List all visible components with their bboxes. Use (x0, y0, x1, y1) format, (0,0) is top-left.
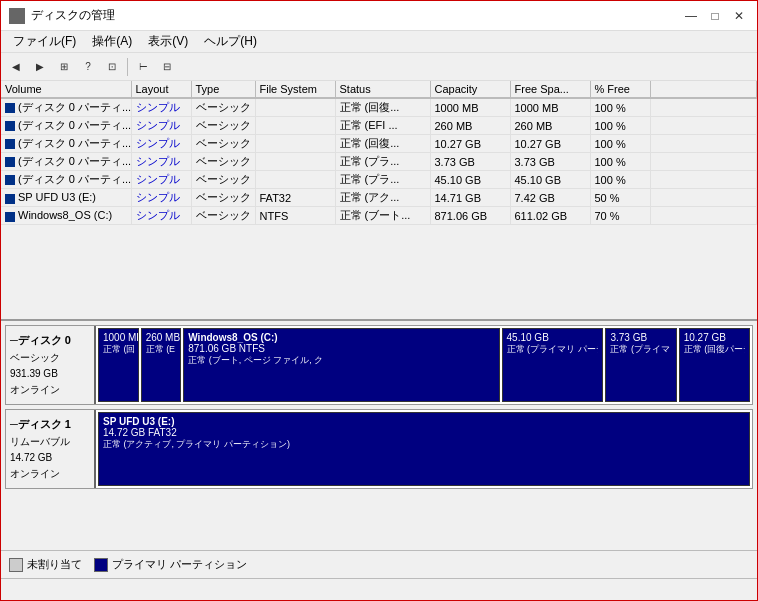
cell-volume: Windows8_OS (C:) (1, 207, 131, 225)
close-button[interactable]: ✕ (729, 6, 749, 26)
disk-label-name: ─ディスク 1 (10, 416, 90, 434)
view-button-2[interactable]: ⊡ (101, 56, 123, 78)
status-bar (1, 578, 757, 600)
cell-pct: 50 % (590, 189, 650, 207)
partition-status: 正常 (EFI (146, 343, 177, 356)
toolbar: ◀ ▶ ⊞ ? ⊡ ⊢ ⊟ (1, 53, 757, 81)
maximize-button[interactable]: □ (705, 6, 725, 26)
partition[interactable]: 260 MB 正常 (EFI (141, 328, 182, 402)
cell-fs: NTFS (255, 207, 335, 225)
cell-layout: シンプル (131, 207, 191, 225)
disk-status: オンライン (10, 466, 90, 482)
header-type[interactable]: Type (191, 81, 255, 98)
cell-capacity: 10.27 GB (430, 135, 510, 153)
cell-extra (650, 171, 757, 189)
header-capacity[interactable]: Capacity (430, 81, 510, 98)
cell-volume: (ディスク 0 パーティ... (1, 98, 131, 117)
main-window: ディスクの管理 — □ ✕ ファイル(F) 操作(A) 表示(V) ヘルプ(H)… (0, 0, 758, 601)
cell-pct: 100 % (590, 171, 650, 189)
legend-unallocated-box (9, 558, 23, 572)
header-layout[interactable]: Layout (131, 81, 191, 98)
header-filesystem[interactable]: File System (255, 81, 335, 98)
header-pct[interactable]: % Free (590, 81, 650, 98)
cell-capacity: 260 MB (430, 117, 510, 135)
cell-status: 正常 (回復... (335, 135, 430, 153)
cell-pct: 100 % (590, 153, 650, 171)
header-free[interactable]: Free Spa... (510, 81, 590, 98)
cell-volume: (ディスク 0 パーティ... (1, 135, 131, 153)
table-row[interactable]: (ディスク 0 パーティ... シンプル ベーシック 正常 (回復... 10.… (1, 135, 757, 153)
partition-size: 260 MB (146, 332, 177, 343)
menu-help[interactable]: ヘルプ(H) (196, 31, 265, 52)
disk-type: ベーシック (10, 350, 90, 366)
minimize-button[interactable]: — (681, 6, 701, 26)
header-extra[interactable] (650, 81, 757, 98)
window-icon (9, 8, 25, 24)
disk-size: 931.39 GB (10, 366, 90, 382)
back-button[interactable]: ◀ (5, 56, 27, 78)
table-row[interactable]: (ディスク 0 パーティ... シンプル ベーシック 正常 (回復... 100… (1, 98, 757, 117)
cell-volume: SP UFD U3 (E:) (1, 189, 131, 207)
action-button-2[interactable]: ⊟ (156, 56, 178, 78)
table-row[interactable]: Windows8_OS (C:) シンプル ベーシック NTFS 正常 (ブート… (1, 207, 757, 225)
cell-capacity: 1000 MB (430, 98, 510, 117)
partition-status: 正常 (回復パ (103, 343, 134, 356)
partition[interactable]: 10.27 GB 正常 (回復パーティ (679, 328, 750, 402)
disk-label-name: ─ディスク 0 (10, 332, 90, 350)
table-row[interactable]: SP UFD U3 (E:) シンプル ベーシック FAT32 正常 (アク..… (1, 189, 757, 207)
volume-icon (5, 175, 15, 185)
cell-fs (255, 117, 335, 135)
partition[interactable]: 45.10 GB 正常 (プライマリ パーティ (502, 328, 604, 402)
cell-layout: シンプル (131, 171, 191, 189)
view-button-1[interactable]: ⊞ (53, 56, 75, 78)
disk-status: オンライン (10, 382, 90, 398)
cell-capacity: 45.10 GB (430, 171, 510, 189)
cell-status: 正常 (ブート... (335, 207, 430, 225)
disk-partitions: 1000 MB 正常 (回復パ 260 MB 正常 (EFI Windows8_… (96, 326, 752, 404)
partition-size: 3.73 GB (610, 332, 671, 343)
cell-free: 611.02 GB (510, 207, 590, 225)
menu-view[interactable]: 表示(V) (140, 31, 196, 52)
volume-icon (5, 194, 15, 204)
help-button[interactable]: ? (77, 56, 99, 78)
action-button-1[interactable]: ⊢ (132, 56, 154, 78)
partition[interactable]: SP UFD U3 (E:) 14.72 GB FAT32 正常 (アクティブ,… (98, 412, 750, 486)
partition-status: 正常 (回復パーティ (684, 343, 745, 356)
cell-layout: シンプル (131, 98, 191, 117)
disk-label: ─ディスク 0ベーシック931.39 GBオンライン (6, 326, 96, 404)
cell-status: 正常 (EFI ... (335, 117, 430, 135)
table-row[interactable]: (ディスク 0 パーティ... シンプル ベーシック 正常 (EFI ... 2… (1, 117, 757, 135)
cell-extra (650, 135, 757, 153)
table-row[interactable]: (ディスク 0 パーティ... シンプル ベーシック 正常 (プラ... 3.7… (1, 153, 757, 171)
cell-extra (650, 117, 757, 135)
disk-size: 14.72 GB (10, 450, 90, 466)
partition[interactable]: 1000 MB 正常 (回復パ (98, 328, 139, 402)
table-row[interactable]: (ディスク 0 パーティ... シンプル ベーシック 正常 (プラ... 45.… (1, 171, 757, 189)
title-bar-left: ディスクの管理 (9, 7, 115, 24)
cell-layout: シンプル (131, 153, 191, 171)
cell-capacity: 871.06 GB (430, 207, 510, 225)
forward-button[interactable]: ▶ (29, 56, 51, 78)
partition[interactable]: 3.73 GB 正常 (プライマリ... (605, 328, 676, 402)
partition-size: 14.72 GB FAT32 (103, 427, 745, 438)
partition-size: 45.10 GB (507, 332, 599, 343)
cell-layout: シンプル (131, 189, 191, 207)
volume-icon (5, 103, 15, 113)
cell-extra (650, 153, 757, 171)
cell-free: 7.42 GB (510, 189, 590, 207)
window-title: ディスクの管理 (31, 7, 115, 24)
cell-pct: 100 % (590, 98, 650, 117)
menu-file[interactable]: ファイル(F) (5, 31, 84, 52)
partition-name: Windows8_OS (C:) (188, 332, 494, 343)
menu-action[interactable]: 操作(A) (84, 31, 140, 52)
header-volume[interactable]: Volume (1, 81, 131, 98)
disk-table: Volume Layout Type File System Status Ca… (1, 81, 757, 225)
volume-icon (5, 212, 15, 222)
partition[interactable]: Windows8_OS (C:) 871.06 GB NTFS 正常 (ブート,… (183, 328, 499, 402)
header-status[interactable]: Status (335, 81, 430, 98)
volume-icon (5, 121, 15, 131)
legend-primary-label: プライマリ パーティション (112, 557, 247, 572)
cell-fs (255, 153, 335, 171)
cell-volume: (ディスク 0 パーティ... (1, 171, 131, 189)
disk-label: ─ディスク 1リムーバブル14.72 GBオンライン (6, 410, 96, 488)
